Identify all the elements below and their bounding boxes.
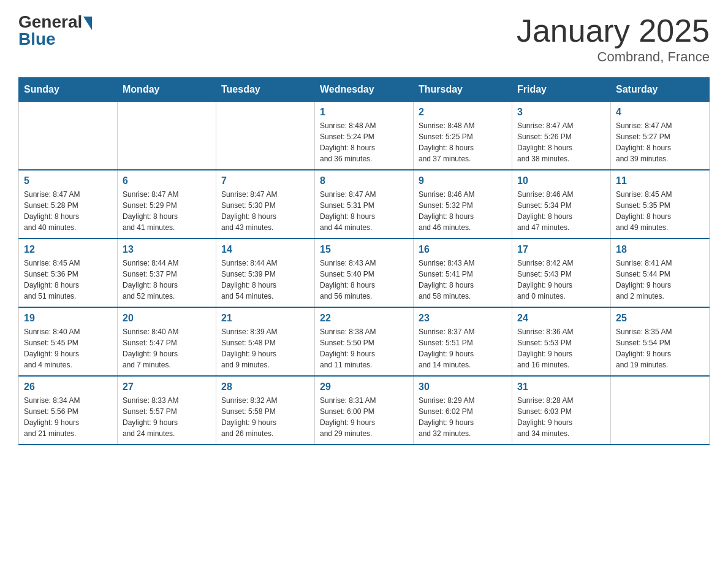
day-number: 24 [517,313,605,324]
calendar-cell: 2Sunrise: 8:48 AM Sunset: 5:25 PM Daylig… [414,102,512,170]
calendar-cell: 15Sunrise: 8:43 AM Sunset: 5:40 PM Dayli… [315,239,414,307]
weekday-header-friday: Friday [512,78,611,102]
day-number: 26 [24,381,112,393]
day-info: Sunrise: 8:39 AM Sunset: 5:48 PM Dayligh… [221,326,309,370]
calendar-table: SundayMondayTuesdayWednesdayThursdayFrid… [18,77,710,445]
day-number: 28 [221,381,309,393]
day-info: Sunrise: 8:32 AM Sunset: 5:58 PM Dayligh… [221,395,309,439]
day-number: 29 [320,381,408,393]
day-info: Sunrise: 8:38 AM Sunset: 5:50 PM Dayligh… [320,326,408,370]
calendar-cell: 20Sunrise: 8:40 AM Sunset: 5:47 PM Dayli… [118,307,216,376]
calendar-cell: 25Sunrise: 8:35 AM Sunset: 5:54 PM Dayli… [611,307,710,376]
day-info: Sunrise: 8:28 AM Sunset: 6:03 PM Dayligh… [517,395,605,439]
day-number: 9 [419,175,507,186]
day-number: 8 [320,175,408,186]
day-number: 31 [517,381,605,393]
calendar-cell [216,102,315,170]
day-info: Sunrise: 8:40 AM Sunset: 5:47 PM Dayligh… [123,326,211,370]
weekday-header-wednesday: Wednesday [315,78,414,102]
calendar-cell: 14Sunrise: 8:44 AM Sunset: 5:39 PM Dayli… [216,239,315,307]
day-number: 18 [616,244,704,255]
day-number: 17 [517,244,605,255]
day-number: 5 [24,175,112,186]
calendar-title: January 2025 [517,12,710,49]
calendar-cell: 10Sunrise: 8:46 AM Sunset: 5:34 PM Dayli… [512,170,611,239]
day-info: Sunrise: 8:46 AM Sunset: 5:32 PM Dayligh… [419,189,507,233]
calendar-title-block: January 2025 Combrand, France [517,12,710,65]
calendar-cell: 29Sunrise: 8:31 AM Sunset: 6:00 PM Dayli… [315,376,414,445]
calendar-cell [19,102,118,170]
calendar-cell: 6Sunrise: 8:47 AM Sunset: 5:29 PM Daylig… [118,170,216,239]
logo: General Blue [18,12,92,49]
calendar-cell: 19Sunrise: 8:40 AM Sunset: 5:45 PM Dayli… [19,307,118,376]
calendar-cell: 23Sunrise: 8:37 AM Sunset: 5:51 PM Dayli… [414,307,512,376]
day-info: Sunrise: 8:42 AM Sunset: 5:43 PM Dayligh… [517,258,605,302]
weekday-header-row: SundayMondayTuesdayWednesdayThursdayFrid… [19,78,710,102]
calendar-cell: 21Sunrise: 8:39 AM Sunset: 5:48 PM Dayli… [216,307,315,376]
calendar-subtitle: Combrand, France [517,49,710,65]
day-info: Sunrise: 8:43 AM Sunset: 5:40 PM Dayligh… [320,258,408,302]
calendar-cell: 17Sunrise: 8:42 AM Sunset: 5:43 PM Dayli… [512,239,611,307]
calendar-cell: 26Sunrise: 8:34 AM Sunset: 5:56 PM Dayli… [19,376,118,445]
day-number: 13 [123,244,211,255]
weekday-header-saturday: Saturday [611,78,710,102]
calendar-cell: 24Sunrise: 8:36 AM Sunset: 5:53 PM Dayli… [512,307,611,376]
calendar-cell: 3Sunrise: 8:47 AM Sunset: 5:26 PM Daylig… [512,102,611,170]
calendar-cell: 16Sunrise: 8:43 AM Sunset: 5:41 PM Dayli… [414,239,512,307]
day-info: Sunrise: 8:40 AM Sunset: 5:45 PM Dayligh… [24,326,112,370]
day-info: Sunrise: 8:35 AM Sunset: 5:54 PM Dayligh… [616,326,704,370]
day-number: 15 [320,244,408,255]
calendar-cell: 30Sunrise: 8:29 AM Sunset: 6:02 PM Dayli… [414,376,512,445]
day-number: 20 [123,313,211,324]
calendar-cell: 5Sunrise: 8:47 AM Sunset: 5:28 PM Daylig… [19,170,118,239]
day-info: Sunrise: 8:37 AM Sunset: 5:51 PM Dayligh… [419,326,507,370]
weekday-header-monday: Monday [118,78,216,102]
day-number: 4 [616,107,704,118]
day-number: 2 [419,107,507,118]
day-info: Sunrise: 8:34 AM Sunset: 5:56 PM Dayligh… [24,395,112,439]
day-info: Sunrise: 8:47 AM Sunset: 5:29 PM Dayligh… [123,189,211,233]
calendar-week-row: 19Sunrise: 8:40 AM Sunset: 5:45 PM Dayli… [19,307,710,376]
day-number: 22 [320,313,408,324]
calendar-cell: 11Sunrise: 8:45 AM Sunset: 5:35 PM Dayli… [611,170,710,239]
day-info: Sunrise: 8:43 AM Sunset: 5:41 PM Dayligh… [419,258,507,302]
day-number: 30 [419,381,507,393]
calendar-cell: 18Sunrise: 8:41 AM Sunset: 5:44 PM Dayli… [611,239,710,307]
day-number: 3 [517,107,605,118]
day-info: Sunrise: 8:46 AM Sunset: 5:34 PM Dayligh… [517,189,605,233]
weekday-header-sunday: Sunday [19,78,118,102]
day-info: Sunrise: 8:47 AM Sunset: 5:30 PM Dayligh… [221,189,309,233]
calendar-cell: 12Sunrise: 8:45 AM Sunset: 5:36 PM Dayli… [19,239,118,307]
calendar-cell: 22Sunrise: 8:38 AM Sunset: 5:50 PM Dayli… [315,307,414,376]
calendar-week-row: 26Sunrise: 8:34 AM Sunset: 5:56 PM Dayli… [19,376,710,445]
day-info: Sunrise: 8:29 AM Sunset: 6:02 PM Dayligh… [419,395,507,439]
calendar-cell: 28Sunrise: 8:32 AM Sunset: 5:58 PM Dayli… [216,376,315,445]
day-info: Sunrise: 8:48 AM Sunset: 5:24 PM Dayligh… [320,120,408,164]
day-info: Sunrise: 8:48 AM Sunset: 5:25 PM Dayligh… [419,120,507,164]
calendar-week-row: 12Sunrise: 8:45 AM Sunset: 5:36 PM Dayli… [19,239,710,307]
calendar-cell: 4Sunrise: 8:47 AM Sunset: 5:27 PM Daylig… [611,102,710,170]
day-info: Sunrise: 8:36 AM Sunset: 5:53 PM Dayligh… [517,326,605,370]
day-info: Sunrise: 8:44 AM Sunset: 5:37 PM Dayligh… [123,258,211,302]
calendar-cell: 7Sunrise: 8:47 AM Sunset: 5:30 PM Daylig… [216,170,315,239]
day-number: 19 [24,313,112,324]
weekday-header-tuesday: Tuesday [216,78,315,102]
day-number: 1 [320,107,408,118]
day-number: 7 [221,175,309,186]
calendar-cell: 27Sunrise: 8:33 AM Sunset: 5:57 PM Dayli… [118,376,216,445]
calendar-cell [611,376,710,445]
day-info: Sunrise: 8:47 AM Sunset: 5:31 PM Dayligh… [320,189,408,233]
day-number: 11 [616,175,704,186]
day-number: 12 [24,244,112,255]
day-number: 23 [419,313,507,324]
day-info: Sunrise: 8:31 AM Sunset: 6:00 PM Dayligh… [320,395,408,439]
calendar-week-row: 5Sunrise: 8:47 AM Sunset: 5:28 PM Daylig… [19,170,710,239]
day-number: 16 [419,244,507,255]
calendar-cell: 1Sunrise: 8:48 AM Sunset: 5:24 PM Daylig… [315,102,414,170]
day-info: Sunrise: 8:47 AM Sunset: 5:28 PM Dayligh… [24,189,112,233]
calendar-cell: 9Sunrise: 8:46 AM Sunset: 5:32 PM Daylig… [414,170,512,239]
calendar-cell: 8Sunrise: 8:47 AM Sunset: 5:31 PM Daylig… [315,170,414,239]
day-info: Sunrise: 8:47 AM Sunset: 5:27 PM Dayligh… [616,120,704,164]
page-header: General Blue January 2025 Combrand, Fran… [18,12,710,65]
day-info: Sunrise: 8:45 AM Sunset: 5:35 PM Dayligh… [616,189,704,233]
